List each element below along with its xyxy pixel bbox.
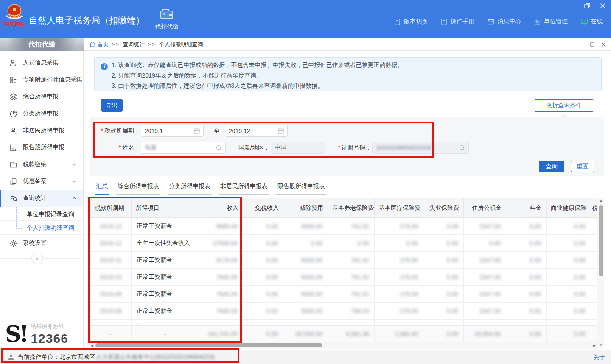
main-content: i 1. 该查询统计表仅能查询已申报成功的数据，不包含未申报、申报失败，已申报但… <box>84 51 611 350</box>
tab-非居民所得申报表[interactable]: 非居民所得申报表 <box>219 183 269 195</box>
sidebar-item[interactable]: 非居民所得申报 <box>0 122 83 139</box>
tab-限售股所得申报表[interactable]: 限售股所得申报表 <box>276 183 326 195</box>
restore-button[interactable] <box>584 3 591 8</box>
table-cell: 0.00 <box>547 235 591 252</box>
sidebar-item[interactable]: 分类所得申报 <box>0 105 83 122</box>
column-header: 收入 <box>199 198 243 218</box>
chevron-down-icon <box>72 162 77 167</box>
sidebar-item[interactable]: 优惠备案 <box>0 173 83 190</box>
table-row[interactable]: 2019-09正常工资薪金7645.000.005000.00761.52279… <box>90 286 597 303</box>
header-menu-4[interactable]: 单位管理 <box>534 18 568 25</box>
table-row[interactable]: 2019-12全年一次性奖金收入27500.000.000.000.000.00… <box>90 235 597 252</box>
sidebar-item[interactable]: 专项附加扣除信息采集 <box>0 71 83 88</box>
table-cell <box>547 320 591 326</box>
table-cell: 761.52 <box>328 269 375 286</box>
table-row[interactable]: 2019-12正常工资薪金9985.000.005000.00761.52279… <box>90 218 597 235</box>
app-title: 自然人电子税务局（扣缴端） <box>29 14 145 26</box>
breadcrumb-section[interactable]: 查询统计 <box>123 41 145 48</box>
collapse-query-button[interactable]: 收折查询条件 <box>534 99 594 112</box>
table-cell: 0.00 <box>547 303 591 320</box>
table-cell <box>464 320 506 326</box>
vscroll-thumb[interactable] <box>599 205 603 276</box>
table-cell: 2019-10 <box>90 269 132 286</box>
sidebar-subitem[interactable]: 单位申报记录查询 <box>0 207 83 221</box>
column-header: 年金 <box>506 198 547 218</box>
tab-分类所得申报表[interactable]: 分类所得申报表 <box>168 183 212 195</box>
breadcrumb-home[interactable]: 首页 <box>98 41 109 48</box>
period-label: *税款所属期： <box>90 125 140 136</box>
vertical-scrollbar[interactable]: ▲ ▼ <box>597 198 604 348</box>
table-cell: 0.00 <box>243 269 283 286</box>
column-header: 所得项目 <box>132 198 199 218</box>
reset-button[interactable]: 重置 <box>571 161 594 172</box>
close-button[interactable] <box>599 3 606 8</box>
horizontal-scrollbar[interactable]: ◀ ▶ <box>90 342 597 349</box>
tab-汇总[interactable]: 汇总 <box>95 183 109 195</box>
table-cell: 2,960.40 <box>375 326 423 342</box>
tab-close-icon[interactable] <box>601 42 606 47</box>
sidebar-header: 代扣代缴 <box>0 38 84 51</box>
header-menu-label: 版本切换 <box>404 18 428 25</box>
column-header: 住房公积金 <box>464 198 506 218</box>
hscroll-thumb[interactable] <box>95 343 322 347</box>
table-cell: -- <box>132 326 199 342</box>
table-row[interactable]: 2019-10正常工资薪金7645.000.005000.00761.52279… <box>90 269 597 286</box>
table-row[interactable]: 2019-08正常工资薪金7645.000.005000.00798.24279… <box>90 303 597 320</box>
tab-综合所得申报表[interactable]: 综合所得申报表 <box>116 183 160 195</box>
home-icon <box>89 41 95 47</box>
table-cell: 2019-09 <box>90 286 132 303</box>
scroll-up-arrow[interactable]: ▲ <box>597 198 605 204</box>
header-menu-label: 在线 <box>591 18 603 25</box>
table-cell: 0.00 <box>283 235 328 252</box>
header-menu-label: 单位管理 <box>544 18 568 25</box>
name-input[interactable]: 马某 <box>141 142 226 154</box>
table-cell: 0.00 <box>243 303 283 320</box>
query-panel: *税款所属期： 2019.1 至 2019.12 *姓名： 马某 国籍/地区： … <box>90 117 604 176</box>
header-menu-3[interactable]: 消息中心 <box>487 18 521 25</box>
export-button[interactable]: 导出 <box>101 99 123 112</box>
sidebar-item-label: 限售股所得申报 <box>23 144 64 151</box>
about-link[interactable]: 关于 <box>593 354 605 361</box>
calendar-icon <box>277 128 284 134</box>
table-row[interactable]: 2019-11正常工资薪金9178.000.005000.00761.52279… <box>90 252 597 269</box>
header-menu-5[interactable]: 在线 <box>580 18 603 25</box>
header-menu-2[interactable]: 操作手册 <box>440 18 474 25</box>
id-input: 110102199304222319 <box>372 142 469 154</box>
table-cell <box>591 218 597 235</box>
sidebar-item-label: 优惠备案 <box>23 178 47 185</box>
table-cell: 18,564.00 <box>464 326 506 342</box>
module-tab-daikou[interactable]: 代扣代缴 <box>149 8 184 31</box>
sidebar-collapse-button[interactable]: « <box>31 253 43 264</box>
table-cell <box>591 252 597 269</box>
period-from-input[interactable]: 2019.1 <box>141 125 204 137</box>
column-header: 基本养老保险费 <box>328 198 375 218</box>
table-cell: 全年一次性奖金收入 <box>132 235 199 252</box>
header-menu-label: 操作手册 <box>451 18 474 25</box>
sidebar-item[interactable]: 综合所得申报 <box>0 88 83 105</box>
table-cell: 279.00 <box>375 218 423 235</box>
table-cell: 5000.00 <box>283 286 328 303</box>
sidebar-subitem[interactable]: 个人扣缴明细查询 <box>0 221 83 235</box>
breadcrumb: 首页 >> 查询统计 >> 个人扣缴明细查询 <box>84 38 611 51</box>
chevron-down-icon <box>72 179 77 184</box>
sidebar-item[interactable]: 税款缴纳 <box>0 156 83 173</box>
table-cell: 0.00 <box>423 235 464 252</box>
search-button[interactable]: 查询 <box>539 161 564 172</box>
scroll-right-arrow[interactable]: ▶ <box>592 342 597 349</box>
document-icon <box>440 18 448 25</box>
minimize-button[interactable] <box>569 3 575 8</box>
table-cell: 1547.00 <box>464 303 506 320</box>
tab-maximize-icon[interactable] <box>590 42 594 47</box>
table-row-total: ----161,741.000.0060,000.008,991.362,960… <box>90 326 597 342</box>
scroll-left-arrow[interactable]: ◀ <box>90 342 95 349</box>
sidebar-item[interactable]: 系统设置 <box>0 235 83 252</box>
header-menu-1[interactable]: 版本切换 <box>394 18 428 25</box>
layers-icon <box>9 93 17 101</box>
sidebar-item[interactable]: 查询统计 <box>0 190 83 207</box>
sidebar-item[interactable]: 限售股所得申报 <box>0 139 83 156</box>
period-to-input[interactable]: 2019.12 <box>225 125 288 137</box>
table-cell: 2019-12 <box>90 235 132 252</box>
sidebar-item[interactable]: 人员信息采集 <box>0 54 83 71</box>
table-cell <box>328 320 375 326</box>
scroll-down-arrow[interactable]: ▼ <box>597 342 605 348</box>
